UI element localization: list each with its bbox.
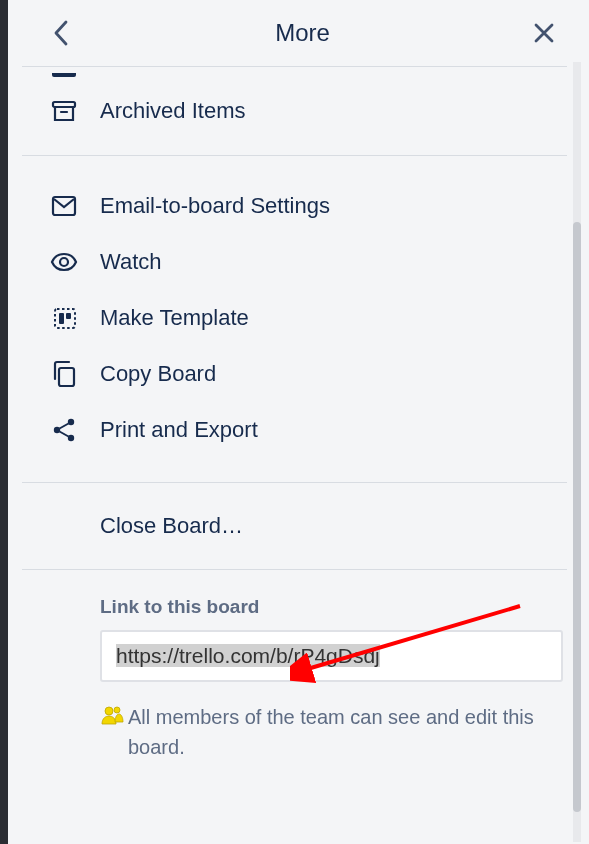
svg-line-12 (60, 432, 69, 437)
link-section: Link to this board https://trello.com/b/… (8, 570, 581, 772)
link-label: Link to this board (100, 596, 563, 618)
more-menu-panel: More Archived Items (8, 0, 581, 844)
template-icon (50, 304, 78, 332)
scrollbar-thumb[interactable] (573, 222, 581, 812)
menu-item-label: Copy Board (100, 361, 216, 387)
svg-rect-7 (59, 368, 74, 386)
left-edge-strip (0, 0, 8, 844)
menu-item-label: Email-to-board Settings (100, 193, 330, 219)
panel-header: More (8, 0, 581, 66)
back-button[interactable] (46, 18, 76, 48)
archive-icon (50, 97, 78, 125)
svg-point-3 (60, 258, 68, 266)
divider (22, 155, 567, 156)
menu-item-label: Make Template (100, 305, 249, 331)
close-button[interactable] (529, 18, 559, 48)
svg-rect-0 (53, 102, 75, 107)
menu-item-close-board[interactable]: Close Board… (8, 483, 581, 569)
menu-item-copy-board[interactable]: Copy Board (8, 346, 581, 402)
svg-rect-6 (66, 313, 71, 319)
close-icon (533, 22, 555, 44)
link-url-input[interactable]: https://trello.com/b/rP4gDsdj (100, 630, 563, 682)
chevron-left-icon (53, 20, 69, 46)
menu-section-top: Archived Items (8, 67, 581, 143)
menu-item-archived[interactable]: Archived Items (8, 83, 581, 139)
menu-item-label: Archived Items (100, 98, 246, 124)
menu-item-label: Close Board… (100, 513, 243, 539)
visibility-note: All members of the team can see and edit… (100, 702, 563, 762)
menu-item-label: Watch (100, 249, 162, 275)
svg-line-11 (60, 424, 69, 429)
share-icon (50, 416, 78, 444)
menu-item-email-settings[interactable]: Email-to-board Settings (8, 178, 581, 234)
menu-item-print-export[interactable]: Print and Export (8, 402, 581, 458)
menu-item-make-template[interactable]: Make Template (8, 290, 581, 346)
partial-item-above (8, 71, 581, 83)
copy-icon (50, 360, 78, 388)
menu-item-watch[interactable]: Watch (8, 234, 581, 290)
menu-section-main: Email-to-board Settings Watch Make Templ… (8, 174, 581, 462)
people-icon (100, 704, 124, 726)
svg-rect-4 (55, 309, 75, 328)
panel-title: More (76, 19, 529, 47)
email-icon (50, 192, 78, 220)
menu-item-label: Print and Export (100, 417, 258, 443)
svg-point-14 (114, 707, 120, 713)
scrollbar-track[interactable] (573, 62, 581, 842)
svg-rect-5 (59, 313, 64, 324)
link-url-text: https://trello.com/b/rP4gDsdj (116, 644, 380, 667)
svg-point-13 (105, 707, 113, 715)
visibility-note-text: All members of the team can see and edit… (128, 702, 563, 762)
eye-icon (50, 248, 78, 276)
